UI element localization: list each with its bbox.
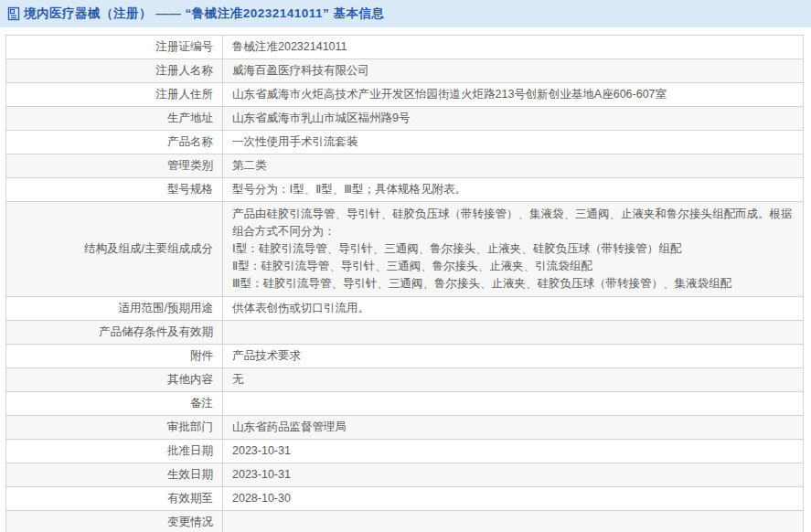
row-label-text: 注册人住所 [156, 88, 214, 101]
row-label-text: 注册证编号 [156, 40, 214, 53]
row-value: 第二类 [223, 154, 804, 178]
table-row: 注册证编号鲁械注准20232141011 [6, 36, 804, 59]
row-value: 威海百盈医疗科技有限公司 [223, 59, 804, 83]
row-value [223, 392, 804, 416]
value-line: Ⅱ型：硅胶引流导管、导引针、三通阀、鲁尔接头、止液夹、引流袋组配 [232, 258, 794, 275]
page: 境内医疗器械（注册） —— “鲁械注准20232141011” 基本信息 注册证… [0, 0, 811, 532]
row-label-text: 备注 [190, 397, 213, 410]
value-line: Ⅰ型：硅胶引流导管、导引针、三通阀、鲁尔接头、止液夹、硅胶负压球（带转接管）组配 [232, 240, 794, 258]
row-label: 生产地址 [6, 107, 223, 131]
table-row: 有效期至2028-10-30 [6, 487, 804, 511]
page-header: 境内医疗器械（注册） —— “鲁械注准20232141011” 基本信息 [0, 0, 811, 27]
row-value: 一次性使用手术引流套装 [223, 131, 804, 154]
table-row: 产品储存条件及有效期 [6, 321, 804, 345]
row-label-text: 附件 [190, 349, 213, 362]
row-label: 注册证编号 [6, 36, 223, 59]
row-label-text: 产品名称 [167, 135, 213, 148]
registration-info-table: 注册证编号鲁械注准20232141011注册人名称威海百盈医疗科技有限公司注册人… [5, 35, 804, 532]
row-label: 批准日期 [6, 440, 223, 463]
row-label: 审批部门 [6, 416, 223, 440]
table-row: 附件产品技术要求 [6, 345, 804, 368]
page-title: 境内医疗器械（注册） —— “鲁械注准20232141011” 基本信息 [24, 5, 385, 22]
row-label: 注册人住所 [6, 83, 223, 107]
row-label-text: 注册人名称 [156, 64, 214, 77]
row-label-text: 管理类别 [167, 159, 213, 172]
row-label: 注册人名称 [6, 59, 223, 83]
table-row: 备注 [6, 392, 804, 416]
row-value: 山东省药品监督管理局 [223, 416, 804, 440]
row-label-text: 结构及组成/主要组成成分 [84, 242, 213, 255]
row-label: 管理类别 [6, 154, 223, 178]
row-label-text: 生产地址 [167, 112, 213, 124]
row-value: 2023-10-31 [223, 463, 804, 487]
row-label: 变更情况 [6, 511, 223, 532]
table-row: 生产地址山东省威海市乳山市城区福州路9号 [6, 107, 804, 131]
value-line: 产品由硅胶引流导管、导引针、硅胶负压球（带转接管）、集液袋、三通阀、止液夹和鲁尔… [232, 206, 794, 240]
table-row: 注册人名称威海百盈医疗科技有限公司 [6, 59, 804, 83]
row-value: 无 [223, 368, 804, 392]
row-value: 山东省威海市火炬高技术产业开发区怡园街道火炬路213号创新创业基地A座606-6… [223, 83, 804, 107]
row-label: 适用范围/预期用途 [6, 297, 223, 321]
table-row: 管理类别第二类 [6, 154, 804, 178]
row-label-text: 有效期至 [167, 492, 213, 505]
row-value: 山东省威海市乳山市城区福州路9号 [223, 107, 804, 131]
row-label: 其他内容 [6, 368, 223, 392]
row-label: 结构及组成/主要组成成分 [6, 202, 223, 297]
table-row: 变更情况 [6, 511, 804, 532]
row-value [223, 321, 804, 345]
table-row: 结构及组成/主要组成成分产品由硅胶引流导管、导引针、硅胶负压球（带转接管）、集液… [6, 202, 804, 297]
row-label-text: 审批部门 [167, 420, 213, 433]
value-line: Ⅲ型：硅胶引流导管、导引针、三通阀、鲁尔接头、止液夹、硅胶负压球（带转接管）、集… [232, 275, 794, 293]
row-label-text: 变更情况 [167, 516, 213, 528]
table-row: 审批部门山东省药品监督管理局 [6, 416, 804, 440]
row-label-text: 生效日期 [167, 468, 213, 481]
table-row: 其他内容无 [6, 368, 804, 392]
document-icon [7, 6, 20, 21]
row-label: 备注 [6, 392, 223, 416]
row-label: 产品名称 [6, 131, 223, 154]
row-label: 有效期至 [6, 487, 223, 511]
row-label-text: 批准日期 [167, 444, 213, 457]
row-value [223, 511, 804, 532]
row-label-text: 其他内容 [167, 373, 213, 386]
table-row: 适用范围/预期用途供体表创伤或切口引流用。 [6, 297, 804, 321]
table-row: 注册人住所山东省威海市火炬高技术产业开发区怡园街道火炬路213号创新创业基地A座… [6, 83, 804, 107]
row-label-text: 型号规格 [167, 183, 213, 196]
row-label-text: 适用范围/预期用途 [119, 302, 213, 314]
row-value: 2028-10-30 [223, 487, 804, 511]
table-row: 产品名称一次性使用手术引流套装 [6, 131, 804, 154]
row-label-text: 产品储存条件及有效期 [99, 325, 213, 338]
row-value: 产品技术要求 [223, 345, 804, 368]
row-label: 产品储存条件及有效期 [6, 321, 223, 345]
row-label: 型号规格 [6, 178, 223, 202]
row-value: 产品由硅胶引流导管、导引针、硅胶负压球（带转接管）、集液袋、三通阀、止液夹和鲁尔… [223, 202, 804, 297]
table-row: 型号规格型号分为：Ⅰ型、Ⅱ型、Ⅲ型；具体规格见附表。 [6, 178, 804, 202]
row-value: 型号分为：Ⅰ型、Ⅱ型、Ⅲ型；具体规格见附表。 [223, 178, 804, 202]
table-row: 批准日期2023-10-31 [6, 440, 804, 463]
row-label: 附件 [6, 345, 223, 368]
table-row: 生效日期2023-10-31 [6, 463, 804, 487]
row-value: 供体表创伤或切口引流用。 [223, 297, 804, 321]
row-value: 鲁械注准20232141011 [223, 36, 804, 59]
row-label: 生效日期 [6, 463, 223, 487]
row-value: 2023-10-31 [223, 440, 804, 463]
